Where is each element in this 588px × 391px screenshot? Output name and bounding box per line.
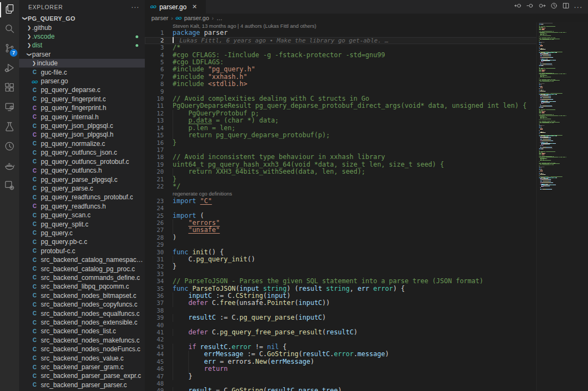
tree-file-pg_query_fingerprint.c[interactable]: Cpg_query_fingerprint.c — [19, 95, 145, 103]
tree-file-pg_query_readfuncs.h[interactable]: Cpg_query_readfuncs.h — [19, 202, 145, 211]
tree-file-pg_query_parse_plpgsql.c[interactable]: Cpg_query_parse_plpgsql.c — [19, 175, 145, 184]
tree-file-pg_query_json_plpgsql.c[interactable]: Cpg_query_json_plpgsql.c — [19, 121, 145, 130]
gitlens-blame-lens[interactable]: Steven Kalt, 13 months ago | 4 authors (… — [145, 22, 538, 29]
code-line-35[interactable]: 35func ParseToJSON(input string) (result… — [145, 285, 538, 292]
tree-file-pg_query.pb-c.c[interactable]: Cpg_query.pb-c.c — [19, 237, 145, 246]
code-line-2[interactable]: 2Lukas Fittl, 6 years ago • Make the lib… — [145, 37, 538, 44]
activity-search-icon[interactable] — [0, 20, 19, 39]
tree-folder-include[interactable]: ❯include — [19, 59, 145, 68]
tree-file-pg_query_fingerprint.h[interactable]: Cpg_query_fingerprint.h — [19, 103, 145, 112]
breadcrumb-symbol[interactable]: … — [216, 15, 222, 21]
tree-root[interactable]: ❯ PG_QUERY_GO — [19, 14, 145, 23]
code-line-29[interactable]: 29 — [145, 241, 538, 248]
code-line-28[interactable]: 28) — [145, 234, 538, 241]
code-line-30[interactable]: 30func init() { — [145, 249, 538, 256]
tree-file-pg_query_internal.h[interactable]: Cpg_query_internal.h — [19, 112, 145, 121]
tree-file-pg_query_parse.c[interactable]: Cpg_query_parse.c — [19, 184, 145, 193]
code-line-49[interactable]: 49 result = C.GoString(resultC.parse_tre… — [145, 387, 538, 391]
tree-file-pg_query_json_plpgsql.h[interactable]: Cpg_query_json_plpgsql.h — [19, 130, 145, 139]
code-line-24[interactable]: 24 — [145, 205, 538, 212]
gitlens-blame-lens-link[interactable]: Steven Kalt, 13 months ago | 4 authors (… — [173, 23, 316, 29]
tree-file-src_backend_catalog_pg_proc.c[interactable]: Csrc_backend_catalog_pg_proc.c — [19, 264, 145, 273]
code-line-13[interactable]: 13 p.data = (char *) data; — [145, 117, 538, 124]
breadcrumb-file[interactable]: parser.go — [184, 15, 209, 21]
tree-file-pg_query_normalize.c[interactable]: Cpg_query_normalize.c — [19, 139, 145, 148]
minimap[interactable] — [536, 22, 588, 391]
code-line-12[interactable]: 12 PgQueryProtobuf p; — [145, 110, 538, 117]
tree-file-src_backend_commands_define.c[interactable]: Csrc_backend_commands_define.c — [19, 273, 145, 282]
breadcrumb-folder[interactable]: parser — [151, 15, 168, 21]
activity-remote-explorer-icon[interactable] — [0, 98, 19, 118]
code-line-8[interactable]: 8#include <stdlib.h> — [145, 81, 538, 88]
activity-source-control-icon[interactable]: 7 — [0, 39, 19, 59]
activity-explorer-icon[interactable] — [0, 0, 19, 20]
tree-folder-.vscode[interactable]: ❯.vscode — [19, 32, 145, 41]
tree-file-src_backend_nodes_nodeFuncs.c[interactable]: Csrc_backend_nodes_nodeFuncs.c — [19, 345, 145, 353]
code-line-20[interactable]: 20 return XXH3_64bits_withSeed(data, len… — [145, 168, 538, 175]
code-line-3[interactable]: 3/* — [145, 44, 538, 51]
tree-file-pg_query_outfuncs.h[interactable]: Cpg_query_outfuncs.h — [19, 166, 145, 175]
file-history-icon[interactable] — [550, 2, 558, 12]
codelens-regenerate[interactable]: regenerate cgo definitions — [145, 190, 538, 197]
code-line-11[interactable]: 11PgQueryDeparseResult pg_query_deparse_… — [145, 102, 538, 109]
code-line-37[interactable]: 37 defer C.free(unsafe.Pointer(inputC)) — [145, 300, 538, 307]
code-line-6[interactable]: 6#include "pg_query.h" — [145, 66, 538, 73]
code-line-41[interactable]: 41 defer C.pg_query_free_parse_result(re… — [145, 329, 538, 336]
activity-extensions-icon[interactable] — [0, 78, 19, 98]
sidebar-more-actions-icon[interactable]: ··· — [131, 3, 139, 11]
code-line-21[interactable]: 21} — [145, 176, 538, 183]
tree-file-pg_query_readfuncs_protobuf.c[interactable]: Cpg_query_readfuncs_protobuf.c — [19, 193, 145, 201]
code-line-36[interactable]: 36 inputC := C.CString(input) — [145, 292, 538, 300]
tree-file-src_backend_nodes_value.c[interactable]: Csrc_backend_nodes_value.c — [19, 353, 145, 362]
tree-file-src_backend_nodes_equalfuncs.c[interactable]: Csrc_backend_nodes_equalfuncs.c — [19, 309, 145, 317]
tree-file-src_backend_nodes_list.c[interactable]: Csrc_backend_nodes_list.c — [19, 327, 145, 335]
activity-container-tools-icon[interactable] — [0, 176, 19, 196]
tree-file-src_backend_parser_parse_expr.c[interactable]: Csrc_backend_parser_parse_expr.c — [19, 371, 145, 380]
code-line-34[interactable]: 34// ParseToJSON - Parses the given SQL … — [145, 278, 538, 285]
code-line-14[interactable]: 14 p.len = len; — [145, 125, 538, 132]
code-line-26[interactable]: 26 "errors" — [145, 219, 538, 227]
tree-file-pg_query_outfuncs_protobuf.c[interactable]: Cpg_query_outfuncs_protobuf.c — [19, 157, 145, 166]
tree-file-src_backend_nodes_bitmapset.c[interactable]: Csrc_backend_nodes_bitmapset.c — [19, 291, 145, 300]
tree-file-src_backend_libpq_pqcomm.c[interactable]: Csrc_backend_libpq_pqcomm.c — [19, 282, 145, 291]
code-line-9[interactable]: 9 — [145, 88, 538, 95]
code-line-4[interactable]: 4#cgo CFLAGS: -Iinclude -g -fstack-prote… — [145, 52, 538, 59]
tree-file-guc-file.c[interactable]: Cguc-file.c — [19, 68, 145, 76]
code-line-48[interactable]: 48 — [145, 380, 538, 387]
tree-file-protobuf-c.c[interactable]: Cprotobuf-c.c — [19, 247, 145, 255]
code-line-17[interactable]: 17 — [145, 146, 538, 154]
tree-folder-parser[interactable]: ❯parser — [19, 50, 145, 59]
code-line-19[interactable]: 19uint64_t pg_query_hash_xxh3_64(void *d… — [145, 161, 538, 168]
tree-file-pg_query_scan.c[interactable]: Cpg_query_scan.c — [19, 211, 145, 219]
tree-file-pg_query_split.c[interactable]: Cpg_query_split.c — [19, 219, 145, 228]
tree-file-src_backend_nodes_copyfuncs.c[interactable]: Csrc_backend_nodes_copyfuncs.c — [19, 300, 145, 309]
codelens-regenerate-link[interactable]: regenerate cgo definitions — [173, 191, 232, 197]
activity-gitlens-icon[interactable] — [0, 137, 19, 157]
activity-docker-icon[interactable] — [0, 157, 19, 176]
activity-run-debug-icon[interactable] — [0, 59, 19, 78]
tree-file-src_backend_nodes_makefuncs.c[interactable]: Csrc_backend_nodes_makefuncs.c — [19, 336, 145, 345]
code-line-33[interactable]: 33 — [145, 271, 538, 278]
code-line-43[interactable]: 43 if resultC.error != nil { — [145, 344, 538, 351]
code-line-42[interactable]: 42 — [145, 336, 538, 343]
code-line-23[interactable]: 23import "C" — [145, 198, 538, 205]
tree-file-parser.go[interactable]: GOparser.go — [19, 77, 145, 85]
activity-testing-icon[interactable] — [0, 118, 19, 137]
code-line-22[interactable]: 22*/ — [145, 183, 538, 190]
tree-file-pg_query_outfuncs_json.c[interactable]: Cpg_query_outfuncs_json.c — [19, 148, 145, 157]
split-editor-icon[interactable] — [562, 2, 570, 12]
close-icon[interactable]: ✕ — [192, 3, 197, 10]
code-line-44[interactable]: 44 errMessage := C.GoString(resultC.erro… — [145, 351, 538, 358]
tree-file-pg_query_deparse.c[interactable]: Cpg_query_deparse.c — [19, 85, 145, 94]
tree-folder-.github[interactable]: ❯.github — [19, 23, 145, 32]
code-line-18[interactable]: 18// Avoid inconsistent type behaviour i… — [145, 154, 538, 161]
code-line-40[interactable]: 40 — [145, 322, 538, 329]
code-line-25[interactable]: 25import ( — [145, 212, 538, 219]
tree-file-src_backend_parser_gram.c[interactable]: Csrc_backend_parser_gram.c — [19, 363, 145, 371]
code-line-15[interactable]: 15 return pg_query_deparse_protobuf(p); — [145, 132, 538, 139]
tree-file-pg_query.c[interactable]: Cpg_query.c — [19, 229, 145, 237]
code-line-31[interactable]: 31 C.pg_query_init() — [145, 256, 538, 263]
tree-folder-dist[interactable]: ❯dist — [19, 41, 145, 50]
code-line-46[interactable]: 46 return — [145, 365, 538, 372]
code-line-32[interactable]: 32} — [145, 263, 538, 270]
